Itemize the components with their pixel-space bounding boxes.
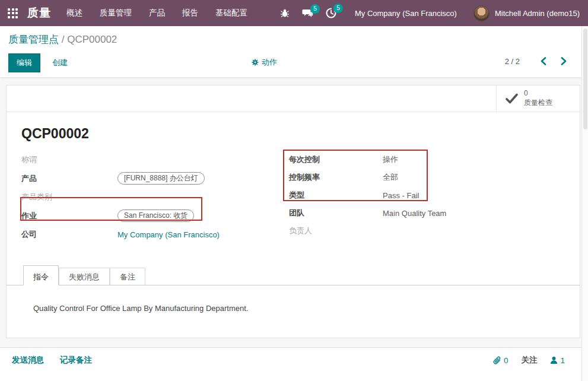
log-note-button[interactable]: 记录备注 bbox=[60, 355, 92, 366]
quality-checks-label: 质量检查 bbox=[524, 99, 552, 108]
field-row-responsible: 负责人 bbox=[289, 226, 565, 236]
field-value-product[interactable]: [FURN_8888] 办公台灯 bbox=[117, 172, 205, 185]
messages-badge: 5 bbox=[310, 4, 320, 14]
pager: 2 / 2 bbox=[505, 56, 568, 66]
messages-icon[interactable]: 5 bbox=[302, 8, 313, 18]
form-card: 0 质量检查 QCP00002 称谓 产品 [FURN_8888] 办公台灯 产… bbox=[6, 85, 580, 338]
top-navbar: 质量 概述 质量管理 产品 报告 基础配置 5 5 bbox=[0, 0, 588, 26]
company-switcher[interactable]: My Company (San Francisco) bbox=[355, 9, 457, 18]
create-button[interactable]: 创建 bbox=[46, 53, 74, 72]
nav-item-quality-control[interactable]: 质量管理 bbox=[100, 8, 132, 18]
notebook-tabs: 指令 失败消息 备注 bbox=[7, 265, 580, 285]
app-name[interactable]: 质量 bbox=[27, 5, 51, 21]
paperclip-icon bbox=[493, 356, 501, 365]
record-title: QCP00002 bbox=[21, 126, 565, 142]
field-row-product: 产品 [FURN_8888] 办公台灯 bbox=[21, 172, 289, 185]
field-row-product-category: 产品类别 bbox=[21, 192, 289, 202]
field-row-control-per: 每次控制 操作 bbox=[289, 154, 565, 165]
pager-next-icon[interactable] bbox=[559, 56, 568, 66]
field-label-type: 类型 bbox=[289, 190, 383, 201]
follow-button[interactable]: 关注 bbox=[521, 355, 537, 366]
user-menu[interactable]: Mitchell Admin (demo15) bbox=[495, 9, 580, 18]
edit-button[interactable]: 编辑 bbox=[8, 53, 40, 72]
breadcrumb-parent[interactable]: 质量管理点 bbox=[8, 34, 59, 45]
check-icon bbox=[506, 93, 518, 104]
field-value-control-per: 操作 bbox=[383, 154, 398, 165]
field-row-company: 公司 My Company (San Francisco) bbox=[21, 229, 289, 240]
field-row-operation: 作业 San Francisco: 收货 bbox=[21, 209, 289, 222]
chatter: 发送消息 记录备注 0 关注 1 bbox=[0, 347, 581, 381]
control-panel: 质量管理点 / QCP00002 编辑 创建 动作 2 / 2 bbox=[0, 26, 581, 77]
tab-failure-message[interactable]: 失败消息 bbox=[59, 268, 110, 285]
breadcrumb: 质量管理点 / QCP00002 bbox=[8, 33, 117, 46]
nav-item-reporting[interactable]: 报告 bbox=[182, 8, 198, 18]
followers-count: 1 bbox=[560, 356, 565, 365]
nav-item-configuration[interactable]: 基础配置 bbox=[215, 8, 247, 18]
follower-person-icon bbox=[550, 356, 558, 364]
instructions-text: Quality Control For Office Lamp By Manuf… bbox=[7, 285, 580, 313]
field-label-company: 公司 bbox=[21, 229, 117, 240]
breadcrumb-current: QCP00002 bbox=[67, 34, 117, 45]
attachments-button[interactable]: 0 bbox=[493, 356, 508, 365]
field-value-team: Main Quality Team bbox=[383, 209, 446, 218]
attachments-count: 0 bbox=[504, 356, 508, 365]
pager-previous-icon[interactable] bbox=[539, 56, 548, 66]
field-row-team: 团队 Main Quality Team bbox=[289, 208, 565, 218]
page-scrollbar[interactable] bbox=[581, 26, 588, 381]
scrollbar-thumb[interactable] bbox=[583, 28, 587, 129]
field-row-name: 称谓 bbox=[21, 154, 289, 165]
field-group-right: 每次控制 操作 控制频率 全部 类型 Pass - Fail 团队 Main Q… bbox=[289, 154, 565, 247]
quality-checks-count: 0 bbox=[524, 89, 552, 99]
followers-button[interactable]: 1 bbox=[550, 356, 565, 365]
field-label-control-frequency: 控制频率 bbox=[289, 172, 383, 183]
breadcrumb-divider: / bbox=[62, 34, 65, 45]
action-menu-label: 动作 bbox=[262, 57, 277, 68]
field-label-product-category: 产品类别 bbox=[21, 192, 117, 202]
activities-icon[interactable]: 5 bbox=[326, 8, 336, 18]
nav-item-products[interactable]: 产品 bbox=[149, 8, 165, 18]
nav-item-overview[interactable]: 概述 bbox=[66, 8, 82, 18]
field-value-type: Pass - Fail bbox=[383, 191, 419, 200]
activities-badge: 5 bbox=[333, 4, 343, 13]
field-label-operation: 作业 bbox=[21, 211, 117, 221]
field-label-team: 团队 bbox=[289, 208, 383, 218]
action-menu-button[interactable]: 动作 bbox=[252, 57, 277, 68]
send-message-button[interactable]: 发送消息 bbox=[12, 355, 44, 366]
apps-grid-icon[interactable] bbox=[8, 8, 18, 18]
field-label-control-per: 每次控制 bbox=[289, 154, 383, 165]
field-row-control-frequency: 控制频率 全部 bbox=[289, 172, 565, 183]
field-value-operation[interactable]: San Francisco: 收货 bbox=[117, 209, 194, 222]
pager-count: 2 / 2 bbox=[505, 57, 520, 66]
field-value-control-frequency: 全部 bbox=[383, 172, 398, 183]
field-group-left: 称谓 产品 [FURN_8888] 办公台灯 产品类别 作业 San Franc… bbox=[21, 154, 289, 247]
nav-menu: 概述 质量管理 产品 报告 基础配置 bbox=[66, 8, 247, 18]
field-label-responsible: 负责人 bbox=[289, 226, 383, 236]
gear-icon bbox=[252, 59, 259, 66]
user-avatar[interactable] bbox=[473, 5, 490, 21]
debug-icon[interactable] bbox=[280, 8, 290, 18]
tab-instructions[interactable]: 指令 bbox=[23, 265, 59, 285]
tab-notes[interactable]: 备注 bbox=[110, 268, 145, 285]
quality-checks-stat-button[interactable]: 0 质量检查 bbox=[496, 85, 580, 112]
form-sheet: QCP00002 称谓 产品 [FURN_8888] 办公台灯 产品类别 作业 … bbox=[7, 126, 580, 247]
field-label-name: 称谓 bbox=[21, 154, 117, 165]
button-box: 0 质量检查 bbox=[7, 85, 580, 112]
field-row-type: 类型 Pass - Fail bbox=[289, 190, 565, 201]
field-label-product: 产品 bbox=[21, 173, 117, 184]
field-value-company[interactable]: My Company (San Francisco) bbox=[117, 230, 220, 239]
